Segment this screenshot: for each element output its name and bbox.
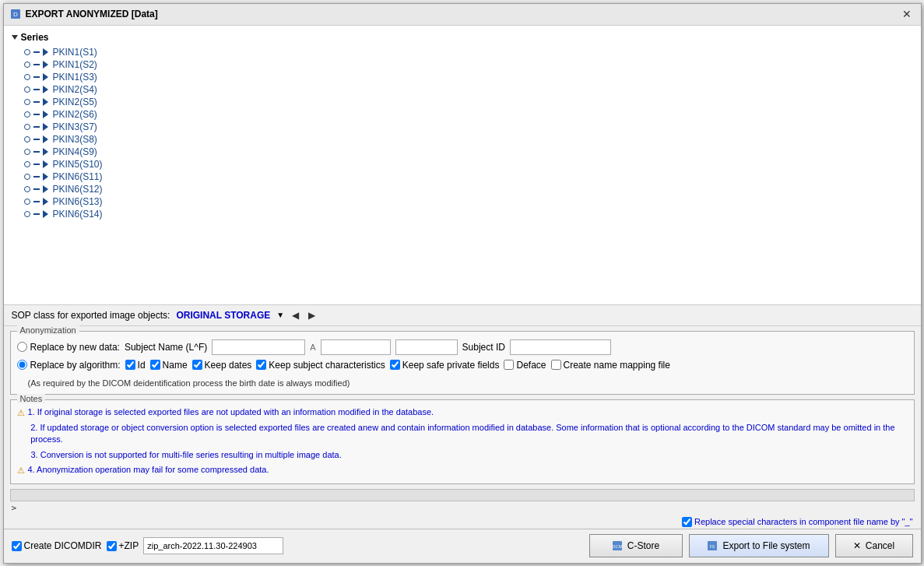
replace-chars-text: Replace special characters in component …	[694, 517, 913, 526]
list-item[interactable]: PKIN5(S10)	[12, 158, 913, 171]
keep-dates-checkbox-label[interactable]: Keep dates	[192, 360, 252, 371]
sop-bar: SOP class for exported image objects: OR…	[4, 305, 921, 326]
list-item[interactable]: PKIN6(S14)	[12, 208, 913, 220]
anonymization-legend: Anonymization	[17, 325, 79, 335]
sop-prev-button[interactable]: ◀	[290, 310, 300, 321]
list-item[interactable]: PKIN6(S12)	[12, 183, 913, 195]
create-mapping-checkbox-label[interactable]: Create name mapping file	[551, 360, 670, 371]
dialog-icon: D	[10, 9, 21, 19]
cancel-x: ✕	[853, 540, 861, 551]
series-item-label: PKIN5(S10)	[53, 159, 103, 170]
series-circle-icon	[24, 161, 30, 167]
name-checkbox[interactable]	[150, 360, 160, 370]
name-checkbox-label[interactable]: Name	[150, 360, 188, 371]
series-item-label: PKIN6(S11)	[53, 171, 103, 182]
list-item[interactable]: PKIN1(S1)	[12, 46, 913, 58]
export-button[interactable]: FS Export to File system	[689, 534, 829, 557]
note-text: 1. If original storage is selected expor…	[28, 406, 434, 418]
dialog-body: Series PKIN1(S1)PKIN1(S2)PKIN1(S3)PKIN2(…	[4, 26, 921, 563]
note-text: 4. Anonymization operation may fail for …	[28, 464, 269, 476]
series-item-label: PKIN1(S3)	[53, 72, 97, 83]
series-dash-icon	[33, 213, 40, 215]
replace-new-radio[interactable]	[17, 342, 27, 352]
id-checkbox-label[interactable]: Id	[125, 360, 146, 371]
notes-legend: Notes	[17, 394, 46, 403]
sop-next-button[interactable]: ▶	[307, 310, 317, 321]
create-dicomdir-label[interactable]: Create DICOMDIR	[12, 540, 102, 551]
replace-algo-radio[interactable]	[17, 360, 27, 370]
note-text: 2. If updated storage or object conversi…	[30, 422, 907, 446]
zip-checkbox[interactable]	[107, 541, 117, 551]
keep-subject-checkbox[interactable]	[256, 360, 266, 370]
series-circle-icon	[24, 186, 30, 192]
id-checkbox[interactable]	[125, 360, 135, 370]
keep-safe-checkbox-label[interactable]: Keep safe private fields	[390, 360, 500, 371]
series-circle-icon	[24, 74, 30, 80]
list-item[interactable]: PKIN1(S3)	[12, 71, 913, 83]
create-dicomdir-text: Create DICOMDIR	[24, 540, 102, 551]
anonymization-section: Anonymization Replace by new data: Subje…	[10, 331, 915, 395]
list-item[interactable]: PKIN4(S9)	[12, 146, 913, 158]
list-item[interactable]: PKIN1(S2)	[12, 58, 913, 71]
anon-note-row: (As required by the DICOM deidentificati…	[17, 375, 908, 388]
subject-id-label: Subject ID	[462, 342, 505, 353]
series-dash-icon	[33, 89, 40, 90]
series-item-label: PKIN6(S12)	[53, 184, 103, 195]
keep-dates-checkbox[interactable]	[192, 360, 202, 370]
id-check-label: Id	[138, 360, 146, 371]
close-button[interactable]: ✕	[899, 9, 915, 19]
series-circle-icon	[24, 124, 30, 130]
cstore-button[interactable]: DCM C-Store	[589, 534, 683, 557]
keep-subject-checkbox-label[interactable]: Keep subject characteristics	[256, 360, 385, 371]
dialog-title: EXPORT ANONYMIZED [Data]	[26, 9, 158, 19]
sop-dropdown-icon[interactable]: ▼	[276, 311, 284, 319]
keep-subject-label: Keep subject characteristics	[269, 360, 385, 371]
name-separator-a: A	[310, 343, 315, 352]
create-mapping-checkbox[interactable]	[551, 360, 561, 370]
deface-checkbox[interactable]	[504, 360, 514, 370]
subject-name-first-input[interactable]	[321, 339, 391, 355]
series-circle-icon	[24, 49, 30, 55]
keep-safe-checkbox[interactable]	[390, 360, 400, 370]
subject-name-extra-input[interactable]	[395, 339, 458, 355]
series-expand-icon	[43, 160, 48, 168]
create-dicomdir-checkbox[interactable]	[12, 541, 22, 551]
series-dash-icon	[33, 114, 40, 115]
note-text: 3. Conversion is not supported for multi…	[31, 449, 342, 461]
list-item[interactable]: PKIN3(S8)	[12, 133, 913, 146]
series-expand-icon	[43, 98, 48, 106]
series-expand-icon	[43, 173, 48, 181]
warning-icon: ⚠	[17, 465, 25, 476]
series-expand-icon	[43, 148, 48, 156]
series-item-label: PKIN1(S1)	[53, 47, 97, 58]
sop-label: SOP class for exported image objects:	[12, 310, 170, 321]
subject-id-input[interactable]	[510, 339, 611, 355]
list-item[interactable]: PKIN3(S7)	[12, 121, 913, 133]
series-circle-icon	[24, 86, 30, 93]
list-item[interactable]: PKIN2(S5)	[12, 96, 913, 108]
deface-label: Deface	[516, 360, 546, 371]
zip-filename-input[interactable]	[143, 537, 283, 554]
series-item-label: PKIN6(S13)	[53, 196, 103, 207]
subject-name-label: Subject Name (L^F)	[125, 342, 207, 353]
expand-icon[interactable]	[12, 35, 18, 40]
series-dash-icon	[33, 176, 40, 178]
series-item-label: PKIN4(S9)	[53, 146, 97, 157]
series-circle-icon	[24, 149, 30, 155]
cancel-button[interactable]: ✕ Cancel	[835, 534, 913, 557]
replace-chars-label[interactable]: Replace special characters in component …	[682, 517, 913, 527]
list-item[interactable]: PKIN2(S4)	[12, 83, 913, 96]
series-item-label: PKIN1(S2)	[53, 59, 97, 70]
replace-algo-radio-label[interactable]: Replace by algorithm:	[17, 360, 121, 371]
series-item-label: PKIN2(S4)	[53, 84, 97, 95]
svg-text:D: D	[13, 11, 18, 18]
list-item[interactable]: PKIN2(S6)	[12, 108, 913, 121]
series-circle-icon	[24, 136, 30, 142]
replace-chars-checkbox[interactable]	[682, 517, 692, 527]
list-item[interactable]: PKIN6(S13)	[12, 195, 913, 208]
zip-checkbox-label[interactable]: +ZIP	[107, 540, 139, 551]
replace-new-radio-label[interactable]: Replace by new data:	[17, 342, 120, 353]
list-item[interactable]: PKIN6(S11)	[12, 171, 913, 183]
deface-checkbox-label[interactable]: Deface	[504, 360, 546, 371]
subject-name-last-input[interactable]	[212, 339, 305, 355]
